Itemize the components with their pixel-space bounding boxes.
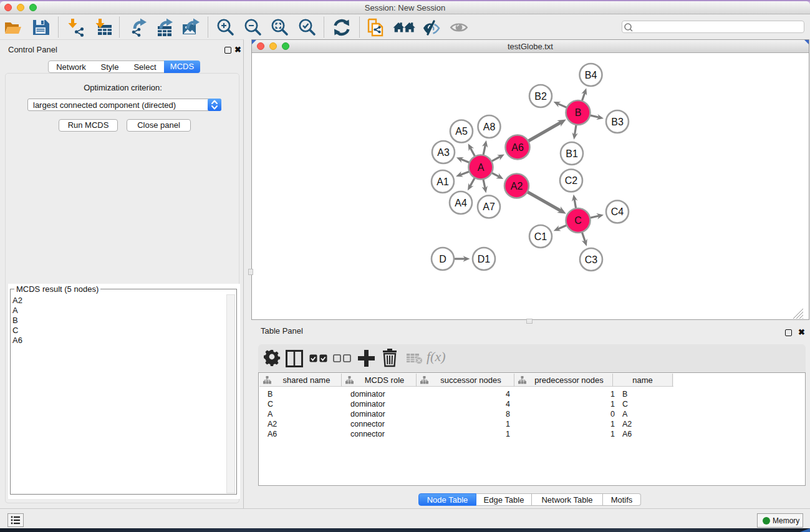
svg-text:C: C [574, 215, 582, 226]
svg-text:D1: D1 [478, 254, 491, 264]
svg-text:A1: A1 [436, 177, 449, 187]
svg-text:A6: A6 [511, 142, 524, 153]
svg-text:C1: C1 [534, 231, 547, 242]
svg-text:A: A [478, 162, 485, 173]
svg-text:f(x): f(x) [427, 351, 446, 364]
svg-text:B: B [575, 107, 582, 118]
svg-text:D: D [439, 254, 446, 264]
svg-text:A5: A5 [455, 126, 468, 137]
svg-text:A7: A7 [483, 201, 495, 212]
svg-text:A2: A2 [511, 181, 523, 191]
svg-text:C2: C2 [565, 175, 578, 186]
svg-text:C3: C3 [585, 254, 598, 265]
svg-text:B4: B4 [585, 70, 597, 80]
svg-text:B3: B3 [611, 117, 624, 127]
svg-text:A8: A8 [483, 122, 496, 132]
svg-text:B2: B2 [534, 91, 547, 102]
svg-text:A3: A3 [437, 147, 450, 158]
svg-text:C4: C4 [611, 206, 624, 217]
svg-text:B1: B1 [566, 148, 578, 159]
svg-text:A4: A4 [455, 198, 467, 208]
